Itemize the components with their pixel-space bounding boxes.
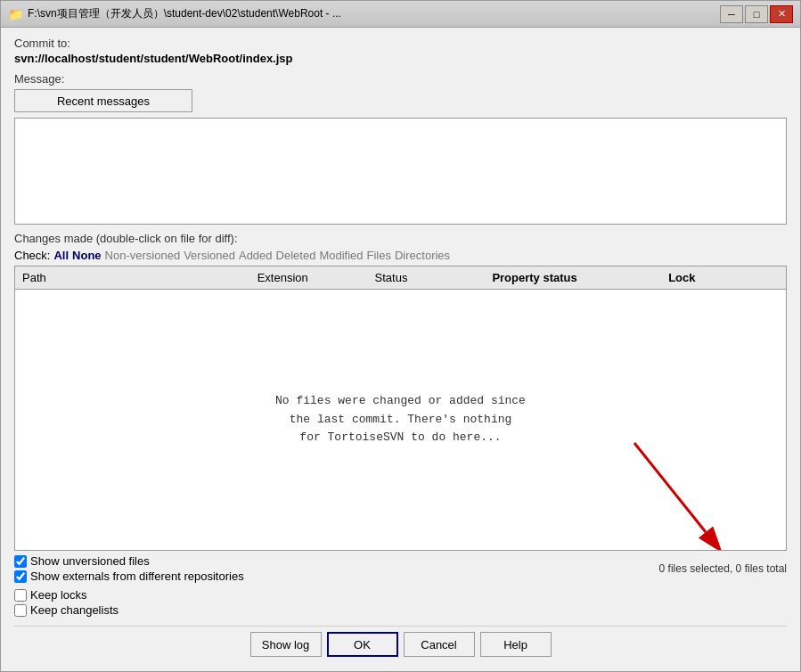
bottom-checkboxes: Keep locks Keep changelists xyxy=(14,588,787,617)
close-button[interactable]: ✕ xyxy=(770,5,793,23)
check-filter-row: Check: All None Non-versioned Versioned … xyxy=(14,249,787,262)
files-count: 0 files selected, 0 files total xyxy=(659,562,787,575)
check-nonversioned-link[interactable]: Non-versioned xyxy=(105,249,181,262)
show-unversioned-label: Show unversioned files xyxy=(30,554,150,568)
main-window: 📁 F:\svn项目管理（开发人员）\student-dev\02\studen… xyxy=(0,0,801,672)
check-directories-link[interactable]: Directories xyxy=(395,249,450,262)
col-header-lock[interactable]: Lock xyxy=(665,269,782,286)
dialog-content: Commit to: svn://localhost/student/stude… xyxy=(1,28,800,671)
message-textarea[interactable] xyxy=(14,118,787,225)
col-header-extension[interactable]: Extension xyxy=(254,269,372,286)
show-externals-item: Show externals from different repositori… xyxy=(14,570,244,583)
no-files-line2: the last commit. There's nothing xyxy=(275,411,526,430)
check-modified-link[interactable]: Modified xyxy=(319,249,363,262)
table-body: No files were changed or added since the… xyxy=(15,290,786,550)
window-icon: 📁 xyxy=(8,7,22,21)
no-files-line3: for TortoiseSVN to do here... xyxy=(275,429,526,447)
keep-changelists-checkbox[interactable] xyxy=(14,604,27,617)
check-files-link[interactable]: Files xyxy=(367,249,391,262)
commit-to-label: Commit to: xyxy=(14,37,787,50)
no-files-line1: No files were changed or added since xyxy=(275,392,526,411)
cancel-button[interactable]: Cancel xyxy=(404,632,475,657)
recent-messages-button[interactable]: Recent messages xyxy=(14,89,192,112)
col-header-path[interactable]: Path xyxy=(19,269,254,286)
ok-button[interactable]: OK xyxy=(327,632,398,657)
window-title: F:\svn项目管理（开发人员）\student-dev\02\student\… xyxy=(28,6,720,21)
changes-label: Changes made (double-click on file for d… xyxy=(14,232,787,245)
help-button[interactable]: Help xyxy=(480,632,552,657)
window-controls: ─ □ ✕ xyxy=(720,5,793,23)
keep-changelists-label: Keep changelists xyxy=(30,603,119,617)
commit-url: svn://localhost/student/student/WebRoot/… xyxy=(14,52,787,65)
col-header-status[interactable]: Status xyxy=(372,269,489,286)
no-files-message: No files were changed or added since the… xyxy=(275,392,526,447)
changes-section: Changes made (double-click on file for d… xyxy=(14,232,787,585)
show-externals-label: Show externals from different repositori… xyxy=(30,570,244,583)
keep-changelists-item: Keep changelists xyxy=(14,603,787,617)
svg-line-1 xyxy=(634,443,706,532)
show-externals-checkbox[interactable] xyxy=(14,570,27,583)
check-all-link[interactable]: All xyxy=(53,249,69,262)
checkboxes-left: Show unversioned files Show externals fr… xyxy=(14,554,244,583)
show-unversioned-checkbox[interactable] xyxy=(14,555,27,568)
check-versioned-link[interactable]: Versioned xyxy=(184,249,235,262)
keep-locks-checkbox[interactable] xyxy=(14,589,27,602)
bottom-button-row: Show log OK Cancel Help xyxy=(14,626,787,662)
show-unversioned-item: Show unversioned files xyxy=(14,554,244,568)
message-label: Message: xyxy=(14,72,787,86)
check-deleted-link[interactable]: Deleted xyxy=(276,249,316,262)
minimize-button[interactable]: ─ xyxy=(720,5,743,23)
check-none-link[interactable]: None xyxy=(72,249,102,262)
keep-locks-label: Keep locks xyxy=(30,588,87,602)
maximize-button[interactable]: □ xyxy=(745,5,768,23)
file-table[interactable]: Path Extension Status Property status Lo… xyxy=(14,266,787,551)
keep-locks-item: Keep locks xyxy=(14,588,787,602)
check-added-link[interactable]: Added xyxy=(239,249,273,262)
check-label: Check: xyxy=(14,249,50,262)
title-bar: 📁 F:\svn项目管理（开发人员）\student-dev\02\studen… xyxy=(1,1,800,28)
table-header: Path Extension Status Property status Lo… xyxy=(15,266,786,290)
arrow-decoration xyxy=(625,434,732,550)
show-log-button[interactable]: Show log xyxy=(250,632,322,657)
col-header-property-status[interactable]: Property status xyxy=(488,269,665,286)
checkboxes-row: Show unversioned files Show externals fr… xyxy=(14,554,787,583)
